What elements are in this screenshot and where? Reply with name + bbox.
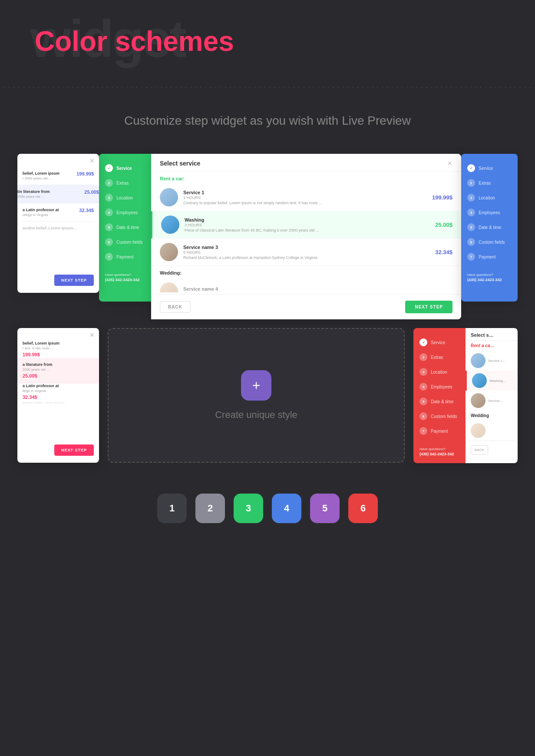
green-sidebar-item-payment[interactable]: 7 Payment xyxy=(99,249,151,264)
red-sidebar-item-service[interactable]: ✓ Service xyxy=(413,335,466,350)
red-footer-question: Have questions? xyxy=(419,447,459,451)
blue-partial-widget: ✓ Service 2 Extras 3 Location 4 Employee… xyxy=(461,154,518,302)
step-circle-6: 6 xyxy=(105,238,113,246)
red-panel-svc-1[interactable]: Service 1... xyxy=(466,351,518,371)
page-dot-1[interactable]: 1 xyxy=(157,494,187,523)
white-svc-item-2[interactable]: tin literature from 2000 years old ... 2… xyxy=(17,185,99,203)
green-sidebar-label-employees: Employees xyxy=(116,210,138,215)
service-list: Service 1 1 HOURS Contrary to popular be… xyxy=(151,184,461,292)
red-sidebar-item-location[interactable]: 3 Location xyxy=(413,365,466,379)
pink-svc-name-3: a Latin professor at xyxy=(23,384,91,388)
main-service-panel: Select service ✕ Rent a car: Service 1 1… xyxy=(151,154,461,319)
pink-close-icon[interactable]: ✕ xyxy=(89,332,95,338)
red-panel-svc-2[interactable]: Washing... xyxy=(466,371,518,391)
pink-svc-name-2: a literature from xyxy=(23,362,91,367)
blue-sidebar-item-custom[interactable]: 6 Custom fields xyxy=(461,235,518,249)
white-svc-name-1: belief, Lorem ipsum xyxy=(23,171,74,176)
white-svc-subdesc-3: ollege in Virginia xyxy=(23,213,48,217)
green-sidebar-label-location: Location xyxy=(116,196,133,200)
panel-footer: BACK NEXT STEP xyxy=(151,294,461,319)
pink-svc-item-1[interactable]: belief, Lorem ipsum r text. It has roots… xyxy=(23,341,94,358)
page-dot-4-label: 4 xyxy=(284,503,289,514)
pink-svc-item-3[interactable]: a Latin professor at llege in Virginia 3… xyxy=(23,384,94,401)
green-sidebar-label-service: Service xyxy=(116,166,132,171)
blue-label-datetime: Date & time xyxy=(479,225,501,230)
white-next-button[interactable]: NEXT STEP xyxy=(54,275,94,286)
red-label-payment: Payment xyxy=(431,429,448,434)
pink-svc-subdesc-1: r text. It has roots ... xyxy=(23,346,53,350)
back-button[interactable]: BACK xyxy=(160,301,191,313)
green-sidebar-item-location[interactable]: 3 Location xyxy=(99,190,151,205)
rent-car-section-label: Rent a car: xyxy=(151,172,461,184)
page-dot-4[interactable]: 4 xyxy=(272,494,301,523)
close-icon[interactable]: ✕ xyxy=(89,157,95,164)
white-svc-subdesc-2: 2000 years old ... xyxy=(17,195,44,199)
pink-svc-price-2: 25.00$ xyxy=(23,373,37,378)
green-footer-question: Have questions? xyxy=(105,273,145,277)
red-panel-footer: BACK xyxy=(466,441,518,459)
service-name-2: Washing xyxy=(185,217,430,222)
pink-svc-item-2[interactable]: a literature from 2000 years old ... 25.… xyxy=(17,358,99,384)
preview-row-2: ✕ belief, Lorem ipsum r text. It has roo… xyxy=(0,328,535,463)
service-name-3: Service name 3 xyxy=(183,245,430,250)
panel-close-icon[interactable]: ✕ xyxy=(447,160,452,167)
white-svc-item-1[interactable]: belief, Lorem ipsum r 2000 years old ...… xyxy=(23,167,94,185)
service-row-4[interactable]: Service name 4 Contrary to popular belie… xyxy=(151,278,461,292)
page-dot-6-label: 6 xyxy=(360,503,366,514)
pink-svc-subdesc-2: 2000 years old ... xyxy=(23,368,49,371)
service-row-2[interactable]: Washing 3 HOURS Piece of classical Latin… xyxy=(151,211,461,239)
green-sidebar-item-employees[interactable]: 4 Employees xyxy=(99,205,151,220)
page-dot-3[interactable]: 3 xyxy=(234,494,263,523)
create-unique-box[interactable]: + Create unique style xyxy=(108,328,405,463)
step-circle-3: 3 xyxy=(105,194,113,202)
red-sidebar-item-custom[interactable]: 6 Custom fields xyxy=(413,409,466,424)
red-sidebar-item-datetime[interactable]: 5 Date & time xyxy=(413,394,466,409)
page-dot-5[interactable]: 5 xyxy=(310,494,340,523)
blue-label-employees: Employees xyxy=(479,210,500,215)
red-sidebar-item-extras[interactable]: 2 Extras xyxy=(413,350,466,365)
service-row-3[interactable]: Service name 3 5 HOURS Richard McClintoc… xyxy=(151,239,461,266)
page-dot-2[interactable]: 2 xyxy=(195,494,225,523)
red-step-6: 6 xyxy=(419,412,427,420)
red-svc-img-1 xyxy=(471,353,485,368)
blue-label-custom: Custom fields xyxy=(479,240,505,245)
pink-next-button[interactable]: NEXT STEP xyxy=(54,444,94,456)
red-sidebar-item-employees[interactable]: 4 Employees xyxy=(413,379,466,394)
blue-step-4: 4 xyxy=(467,209,475,216)
blue-sidebar-item-employees[interactable]: 4 Employees xyxy=(461,205,518,220)
create-unique-label: Create unique style xyxy=(215,409,297,421)
red-label-location: Location xyxy=(431,370,447,375)
red-svc-img-4 xyxy=(471,423,485,438)
blue-sidebar-footer: Have questions? (435) 342-2423-342 xyxy=(461,273,518,282)
red-sidebar-item-payment[interactable]: 7 Payment xyxy=(413,424,466,438)
red-label-employees: Employees xyxy=(431,385,452,389)
page-dot-6[interactable]: 6 xyxy=(348,494,378,523)
blue-sidebar-item-extras[interactable]: 2 Extras xyxy=(461,176,518,190)
blue-sidebar-item-location[interactable]: 3 Location xyxy=(461,190,518,205)
hero-title: Color schemes xyxy=(35,26,500,56)
blue-step-3: 3 xyxy=(467,194,475,202)
white-svc-price-2: 25.00$ xyxy=(84,189,99,195)
blue-sidebar-item-payment[interactable]: 7 Payment xyxy=(461,249,518,264)
green-sidebar-item-custom[interactable]: 6 Custom fields xyxy=(99,235,151,249)
service-info-4: Service name 4 Contrary to popular belie… xyxy=(183,286,452,292)
red-svc-img-3 xyxy=(471,393,485,408)
red-panel-wedding-label: Wedding xyxy=(466,411,518,421)
blue-sidebar-item-service[interactable]: ✓ Service xyxy=(461,161,518,176)
green-sidebar-item-extras[interactable]: 2 Extras xyxy=(99,176,151,190)
create-plus-button[interactable]: + xyxy=(241,370,271,401)
step-circle-7: 7 xyxy=(105,253,113,261)
white-svc-item-3[interactable]: a Latin professor at ollege in Virginia … xyxy=(23,203,94,222)
service-img-3 xyxy=(160,243,178,261)
green-sidebar-item-datetime[interactable]: 5 Date & time xyxy=(99,220,151,235)
red-back-button[interactable]: BACK xyxy=(471,445,488,454)
blue-label-service: Service xyxy=(479,166,493,171)
red-panel-svc-3[interactable]: Service... xyxy=(466,391,518,411)
red-footer-phone: (435) 342-2423-342 xyxy=(419,452,459,456)
blue-sidebar-item-datetime[interactable]: 5 Date & time xyxy=(461,220,518,235)
red-label-service: Service xyxy=(431,340,445,345)
service-row-1[interactable]: Service 1 1 HOURS Contrary to popular be… xyxy=(151,184,461,211)
next-step-button[interactable]: NEXT STEP xyxy=(405,301,452,313)
red-svc-desc-2: Washing... xyxy=(489,379,506,383)
green-sidebar-item-service[interactable]: ✓ Service xyxy=(99,161,151,176)
